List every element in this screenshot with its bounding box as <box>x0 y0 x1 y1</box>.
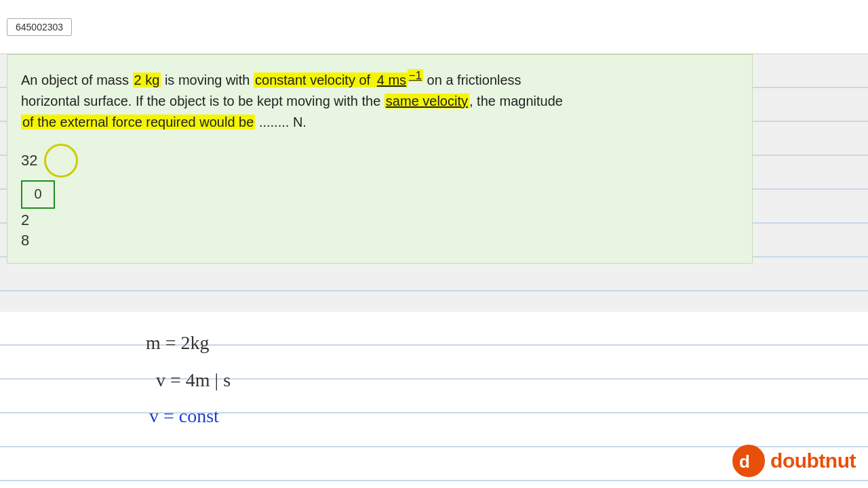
q-superscript: −1 <box>408 69 423 82</box>
q-part2: is moving with <box>161 73 254 87</box>
option-row-2: 2 <box>21 211 738 229</box>
q-highlight-mass: 2 kg <box>133 73 161 87</box>
hw-line-mass: m = 2kg <box>146 332 210 354</box>
option-label-32: 32 <box>21 152 37 169</box>
doubtnut-logo-text: doubtnut <box>770 449 856 472</box>
option-row-8: 8 <box>21 232 738 249</box>
q-part4: horizontal surface. If the object is to … <box>21 94 384 108</box>
option-circle-32 <box>44 144 78 178</box>
question-area: An object of mass 2 kg is moving with co… <box>7 54 753 264</box>
top-bar: 645002303 <box>0 0 868 54</box>
option-value-0: 0 <box>34 186 41 202</box>
option-row-32: 32 <box>21 144 738 178</box>
option-box-0: 0 <box>21 180 55 209</box>
option-label-8: 8 <box>21 232 35 249</box>
doubtnut-logo-icon: d <box>731 443 766 479</box>
q-part3: on a frictionless <box>423 73 521 87</box>
q-part6: of the external force required would be <box>21 115 255 129</box>
option-row-0: 0 <box>21 180 738 209</box>
q-part5: , the magnitude <box>469 94 563 108</box>
logo-area: d doubtnut <box>731 443 856 479</box>
question-id: 645002303 <box>7 18 72 36</box>
q-highlight-velocity: constant velocity of <box>254 73 376 87</box>
svg-text:d: d <box>739 451 750 472</box>
question-text: An object of mass 2 kg is moving with co… <box>21 67 738 133</box>
q-part7: ........ N. <box>255 115 307 129</box>
hw-line-const: v = const <box>149 405 219 427</box>
q-highlight-same-velocity: same velocity <box>384 94 469 108</box>
options-area: 32 0 2 8 <box>21 144 738 249</box>
q-part1: An object of mass <box>21 73 133 87</box>
q-highlight-value: 4 ms <box>376 73 408 87</box>
option-label-2: 2 <box>21 211 35 229</box>
hw-line-velocity: v = 4m | s <box>156 369 231 391</box>
